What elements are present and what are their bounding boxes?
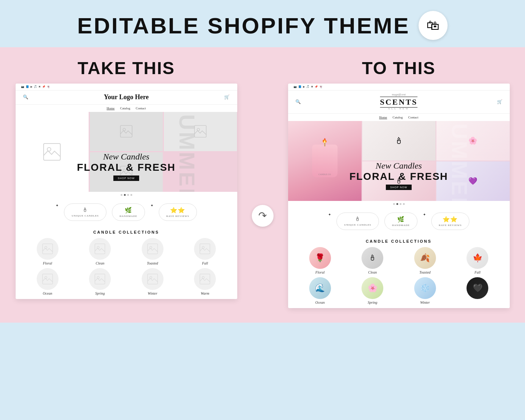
after-nav-home[interactable]: Home [379, 116, 387, 119]
svg-rect-18 [95, 274, 105, 284]
before-hero-bold: FLORAL & FRESH [16, 162, 237, 173]
after-badge-label-1: UNIQUE CANDLES [344, 223, 371, 226]
after-label-floral: Floral [315, 270, 325, 274]
after-social-icons: 📷 📘 ▶ 🎵 ✖ 📌 👻 [294, 85, 323, 88]
after-cart-icon: 🛒 [497, 99, 502, 105]
before-collection-winter: Winter [128, 268, 178, 295]
svg-rect-12 [148, 244, 158, 254]
after-logo-main: SCENTS [380, 97, 418, 108]
svg-rect-14 [200, 244, 210, 254]
before-social-icons: 📷 📘 ▶ 🎵 ✖ 📌 👻 [21, 85, 50, 88]
before-nav-home[interactable]: Home [107, 106, 115, 110]
before-collection-ocean: Ocean [23, 268, 73, 295]
before-cart-icon: 🛒 [224, 94, 230, 100]
before-badge-label-2: HANDMADE [120, 215, 137, 218]
before-hero: SUMMER New Candles FLORAL & FRESH SHOP N… [16, 112, 237, 192]
before-label-spring: Spring [95, 291, 105, 295]
after-badge-label-3: RAVE REVIEWS [439, 224, 462, 227]
after-dot-4 [403, 203, 405, 205]
after-label-ocean: Ocean [315, 300, 325, 304]
svg-rect-2 [120, 126, 132, 137]
after-search-icon: 🔍 [295, 99, 301, 105]
after-circle-toasted: 🍂 [414, 247, 436, 269]
shopify-badge: 🛍 [419, 11, 448, 40]
after-label-fall: Fall [474, 270, 481, 274]
after-hero: 🔥 CANDLE CO 🕯 🌸 🕯 [288, 121, 510, 201]
before-sparkle-2: ✦ [150, 203, 153, 221]
after-collection-fall: 🍁 Fall [453, 247, 502, 274]
after-circle-ocean: 🌊 [309, 277, 331, 299]
before-collection-warm: Warm [180, 268, 230, 295]
arrow-container: ↷ [252, 58, 274, 308]
after-sparkle-2: ✦ [423, 213, 426, 230]
before-shop-now-button[interactable]: SHOP NOW [113, 175, 139, 181]
after-collections-row2: 🌊 Ocean 🌸 Spring ❄️ [292, 277, 506, 304]
dot-2 [124, 194, 126, 196]
before-label: TAKE THIS [16, 58, 237, 78]
after-logo-sub: ALL NEW [380, 108, 418, 110]
after-nav-catalog[interactable]: Catalog [393, 116, 403, 119]
before-collections: CANDLE COLLECTIONS Floral Cl [16, 226, 237, 299]
before-placeholder-2 [90, 112, 163, 152]
before-collection-clean: Clean [75, 238, 125, 265]
after-website-card: 📷 📘 ▶ 🎵 ✖ 📌 👻 🔍 magnificent SCENTS [288, 84, 510, 308]
before-label-fall: Fall [202, 261, 208, 265]
after-label: TO THIS [288, 58, 510, 78]
svg-rect-20 [148, 274, 158, 284]
before-feature-badges: ✦ 🕯 UNIQUE CANDLES 🌿 HANDMADE ✦ ⭐⭐ RAVE … [16, 198, 237, 226]
after-logo: magnificent SCENTS ALL NEW [380, 93, 418, 110]
after-hero-text: New Candles FLORAL & FRESH SHOP NOW [288, 161, 510, 190]
before-label-winter: Winter [148, 291, 157, 295]
after-badge-reviews: ⭐⭐ RAVE REVIEWS [431, 213, 469, 230]
before-collections-row1: Floral Clean Toasted [19, 238, 234, 265]
before-label-ocean: Ocean [43, 291, 52, 295]
after-collection-toasted: 🍂 Toasted [400, 247, 450, 274]
after-circle-floral: 🌹 [309, 247, 331, 269]
before-header: 🔍 Your Logo Here 🛒 [16, 90, 237, 105]
after-hero-bold: FLORAL & FRESH [288, 171, 510, 182]
before-circle-toasted [142, 238, 163, 260]
before-circle-clean [89, 238, 111, 260]
before-nav-contact[interactable]: Contact [136, 106, 146, 110]
before-circle-ocean [37, 268, 58, 290]
main-content: TAKE THIS 📷 📘 ▶ 🎵 ✖ 📌 👻 [0, 47, 525, 323]
after-circle-clean: 🕯 [362, 247, 383, 269]
main-title: EDITABLE SHOPIFY THEME [77, 13, 410, 39]
after-badge-label-2: HANDMADE [392, 224, 410, 227]
before-collection-floral: Floral [23, 238, 73, 265]
before-label-toasted: Toasted [147, 261, 158, 265]
after-dot-2 [396, 203, 398, 205]
transition-arrow: ↷ [252, 205, 274, 227]
before-collection-fall: Fall [180, 238, 230, 265]
after-label-winter: Winter [420, 300, 430, 304]
before-nav-catalog[interactable]: Catalog [120, 106, 130, 110]
before-circle-warm [194, 268, 216, 290]
svg-rect-16 [43, 274, 53, 284]
before-collection-toasted: Toasted [128, 238, 178, 265]
after-collection-spring: 🌸 Spring [348, 277, 397, 304]
after-circle-winter: ❄️ [414, 277, 436, 299]
after-header: 🔍 magnificent SCENTS ALL NEW 🛒 [288, 90, 510, 114]
after-label-spring: Spring [368, 300, 377, 304]
dot-1 [121, 194, 122, 196]
dot-4 [130, 194, 132, 196]
after-collection-winter: ❄️ Winter [400, 277, 450, 304]
before-label-clean: Clean [96, 261, 104, 265]
before-badge-label-3: RAVE REVIEWS [166, 215, 189, 218]
after-nav-contact[interactable]: Contact [408, 116, 419, 119]
before-panel: TAKE THIS 📷 📘 ▶ 🎵 ✖ 📌 👻 [16, 58, 237, 308]
before-badge-handmade: 🌿 HANDMADE [112, 203, 145, 221]
after-collection-ocean: 🌊 Ocean [295, 277, 345, 304]
before-logo: Your Logo Here [104, 93, 149, 101]
arrow-icon: ↷ [258, 210, 267, 222]
before-label-floral: Floral [43, 261, 52, 265]
after-dot-1 [393, 203, 395, 205]
after-label-toasted: Toasted [419, 270, 431, 274]
after-label-warm: Warm [473, 300, 482, 304]
before-badge-label-1: UNIQUE CANDLES [72, 214, 99, 217]
after-dot-3 [400, 203, 401, 205]
before-circle-spring [89, 268, 111, 290]
after-collection-clean: 🕯 Clean [348, 247, 397, 274]
after-shop-now-button[interactable]: SHOP NOW [386, 185, 412, 190]
after-logo-small: magnificent [380, 93, 418, 97]
